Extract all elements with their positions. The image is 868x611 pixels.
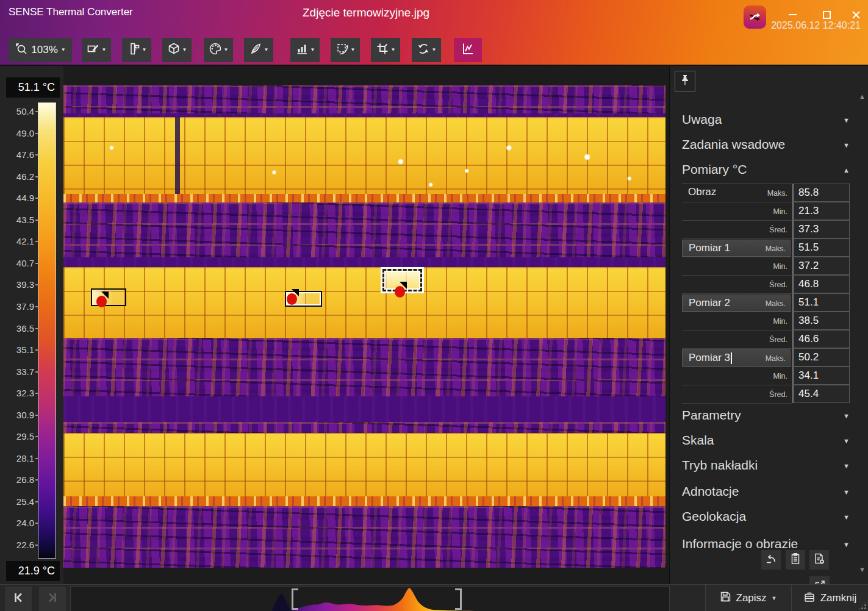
thermal-image[interactable] <box>63 85 665 568</box>
table-row: Min. 21.3 <box>682 202 850 221</box>
scroll-down-icon[interactable]: ▼ <box>859 566 866 573</box>
table-row: Min. 34.1 <box>682 367 850 385</box>
titlebar: SENSE Thermal Converter Zdjęcie termowiz… <box>0 0 868 66</box>
measurements-table: ObrazMaks. 85.8 Min. 21.3 Śred. 37.3 Pom… <box>682 184 850 404</box>
caret-down-icon[interactable]: ▼ <box>772 595 777 601</box>
last-image-button[interactable] <box>39 587 66 611</box>
toolbar: 103% ▼ ▼ ▼ ▼ ▼ ▼ <box>0 37 868 63</box>
table-row: Śred. 46.8 <box>682 276 850 294</box>
bar-chart-icon <box>295 42 309 58</box>
thermal-ground-band <box>63 85 665 113</box>
measurement-name-input-editing[interactable]: Pomiar 3Maks. <box>682 349 791 366</box>
close-document-button[interactable]: Zamknij <box>791 585 868 611</box>
section-zadania-wsadowe[interactable]: Zadania wsadowe ▼ <box>682 137 850 155</box>
chevron-down-icon[interactable]: ▼ <box>843 412 850 420</box>
line-chart-icon <box>461 41 475 59</box>
measurement-name-input[interactable]: Pomiar 2Maks. <box>682 295 791 312</box>
edit-button[interactable]: ▼ <box>82 38 111 62</box>
colorbar[interactable] <box>38 102 56 559</box>
caret-down-icon: ▼ <box>224 48 229 52</box>
scale-tick: 49.0 <box>0 129 34 138</box>
annotate-pen-button[interactable]: ▼ <box>244 38 273 62</box>
measurement-1-hotspot-marker[interactable] <box>96 296 107 307</box>
solar-panel-row <box>63 433 665 496</box>
section-tryb-nakladki[interactable]: Tryb nakładki ▼ <box>682 458 850 476</box>
chevron-down-icon[interactable]: ▼ <box>843 116 850 124</box>
pin-panel-button[interactable] <box>675 71 695 91</box>
section-pomiary[interactable]: Pomiary °C ▲ <box>682 162 850 180</box>
rotate-button[interactable]: ▼ <box>412 38 441 62</box>
scale-tick: 22.6 <box>0 540 34 550</box>
pushpin-icon <box>679 74 691 88</box>
caret-down-icon: ▼ <box>102 48 107 52</box>
value-obraz-min: 21.3 <box>792 202 850 220</box>
shuffle-logo-icon <box>744 5 766 29</box>
value-pomiar1-min: 37.2 <box>792 257 850 275</box>
archive-icon <box>803 591 816 606</box>
chevron-up-icon[interactable]: ▲ <box>843 166 850 174</box>
section-adnotacje[interactable]: Adnotacje ▼ <box>682 484 850 502</box>
chevron-down-icon[interactable]: ▼ <box>843 141 850 149</box>
scale-tick: 32.3 <box>0 388 34 398</box>
text-cursor <box>731 352 732 364</box>
section-parametry[interactable]: Parametry ▼ <box>682 408 850 426</box>
histogram-range-strip[interactable] <box>70 586 670 611</box>
scale-tick: 40.7 <box>0 259 34 268</box>
scale-tick: 25.4 <box>0 497 34 507</box>
section-skala[interactable]: Skala ▼ <box>682 433 850 451</box>
range-right-bracket[interactable] <box>455 588 462 610</box>
table-row: Min. 37.2 <box>682 257 850 276</box>
crop-button[interactable]: ▼ <box>371 38 400 62</box>
scale-tick: 39.3 <box>0 280 34 290</box>
scale-tick: 46.2 <box>0 172 34 182</box>
value-pomiar2-maks: 51.1 <box>792 293 850 312</box>
scale-tick: 35.1 <box>0 345 34 355</box>
capture-datetime: 2025.06.12 12:40:21 <box>771 20 861 31</box>
chevron-down-icon[interactable]: ▼ <box>843 513 850 521</box>
value-obraz-maks: 85.8 <box>792 184 850 202</box>
rotate-icon <box>417 42 430 58</box>
scale-max-label: 51.1 °C <box>6 77 60 98</box>
scale-tick: 36.5 <box>0 324 34 334</box>
value-obraz-sred: 37.3 <box>792 220 850 238</box>
value-pomiar3-sred: 45.4 <box>792 385 850 403</box>
palette-button[interactable]: ▼ <box>204 38 233 62</box>
section-uwaga[interactable]: Uwaga ▼ <box>682 112 850 130</box>
thermal-shadow-band <box>63 396 665 422</box>
table-row: Pomiar 3Maks. 50.2 <box>682 349 850 367</box>
scale-tick: 50.4 <box>0 107 34 116</box>
chevron-down-icon[interactable]: ▼ <box>843 462 850 470</box>
measure-button[interactable]: ▼ <box>122 38 151 62</box>
thermal-shadow-band <box>63 257 665 267</box>
table-row: Pomiar 2Maks. 51.1 <box>682 294 850 312</box>
3d-view-button[interactable]: ▼ <box>162 38 192 62</box>
caret-down-icon: ▼ <box>391 48 396 52</box>
chevron-down-icon[interactable]: ▼ <box>843 541 850 548</box>
thermal-ground-band <box>63 202 665 257</box>
thermal-ground-band <box>63 506 665 568</box>
caret-down-icon: ▼ <box>61 48 66 52</box>
caret-down-icon: ▼ <box>264 48 269 52</box>
section-informacje-o-obrazie[interactable]: Informacje o obrazie ▼ <box>682 537 850 555</box>
caret-down-icon: ▼ <box>351 48 356 52</box>
hot-spots <box>63 117 665 194</box>
scale-tick: 30.9 <box>0 410 34 420</box>
range-left-bracket[interactable] <box>292 588 298 610</box>
transform-button[interactable]: ▼ <box>331 38 360 62</box>
caret-down-icon: ▼ <box>310 48 315 52</box>
table-row: Min. 38.5 <box>682 312 850 331</box>
line-chart-button[interactable] <box>454 38 482 62</box>
chevron-down-icon[interactable]: ▼ <box>843 437 850 445</box>
chevron-down-icon[interactable]: ▼ <box>843 488 850 496</box>
section-geolokacja[interactable]: Geolokacja ▼ <box>682 509 850 527</box>
zoom-value: 103% <box>31 44 57 56</box>
first-image-button[interactable] <box>5 587 32 611</box>
scroll-up-icon[interactable]: ▲ <box>859 93 866 100</box>
measurement-name-input[interactable]: Pomiar 1Maks. <box>682 240 791 257</box>
save-button[interactable]: Zapisz ▼ <box>705 585 791 611</box>
temperature-scale: 51.1 °C 50.4 49.0 47.6 46.2 44.9 43.5 42… <box>0 66 63 584</box>
measurement-3-hotspot-marker[interactable] <box>395 286 405 298</box>
histogram-button[interactable]: ▼ <box>290 38 320 62</box>
measurement-2-hotspot-marker[interactable] <box>287 293 297 305</box>
zoom-button[interactable]: 103% ▼ <box>9 38 72 62</box>
